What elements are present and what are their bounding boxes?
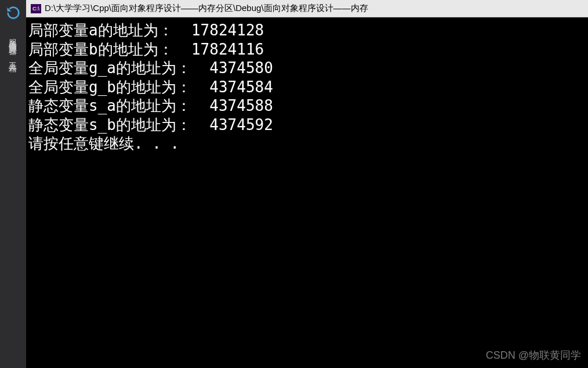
console-line: 静态变量s_a的地址为： 4374588 <box>28 96 586 116</box>
console-line: 局部变量b的地址为： 17824116 <box>28 40 586 59</box>
refresh-icon[interactable] <box>5 5 21 21</box>
console-output[interactable]: 局部变量a的地址为： 17824128 局部变量b的地址为： 17824116 … <box>26 17 588 368</box>
sidebar-item-server-explorer[interactable]: 服务器资源管理器 <box>8 33 19 42</box>
sidebar-item-toolbox[interactable]: 工具箱 <box>8 56 19 59</box>
vs-left-sidebar: 服务器资源管理器 工具箱 <box>0 0 26 368</box>
console-line: 全局变量g_b的地址为： 4374584 <box>28 78 586 97</box>
console-line: 全局变量g_a的地址为： 4374580 <box>28 59 586 78</box>
console-line: 静态变量s_b的地址为： 4374592 <box>28 116 586 135</box>
console-app-icon: C:\ <box>31 4 41 13</box>
console-line: 请按任意键继续. . . <box>28 134 586 153</box>
watermark: CSDN @物联黄同学 <box>486 348 581 362</box>
window-title-bar[interactable]: C:\ D:\大学学习\Cpp\面向对象程序设计——内存分区\Debug\面向对… <box>26 0 588 17</box>
window-title: D:\大学学习\Cpp\面向对象程序设计——内存分区\Debug\面向对象程序设… <box>45 3 368 14</box>
console-line: 局部变量a的地址为： 17824128 <box>28 21 586 40</box>
